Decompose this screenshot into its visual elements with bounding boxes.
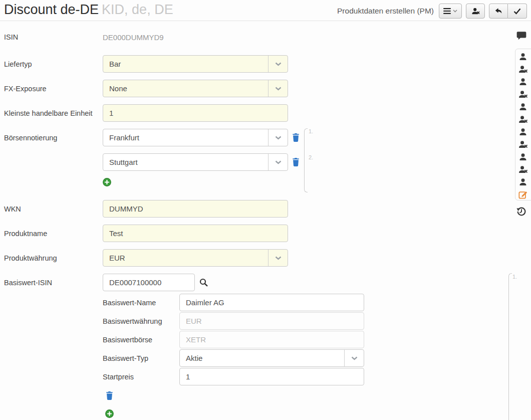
history-icon: [516, 206, 526, 217]
person-x-icon: [471, 7, 480, 15]
chevron-down-icon[interactable]: [268, 250, 288, 266]
boersennotierung-select-2[interactable]: Stuttgart: [103, 153, 288, 171]
startpreis-input[interactable]: [179, 368, 364, 385]
liefertyp-value: Bar: [109, 60, 121, 68]
boersennotierung-label: Börsennotierung: [4, 134, 103, 142]
produktwaehrung-select[interactable]: EUR: [103, 249, 288, 267]
plus-circle-icon: [103, 178, 111, 186]
person-icon[interactable]: [518, 152, 527, 161]
basiswert-name-input[interactable]: [179, 294, 364, 311]
chevron-down-icon[interactable]: [268, 129, 288, 146]
basiswert-isin-input[interactable]: [103, 274, 195, 291]
add-boersennotierung-button[interactable]: [103, 178, 111, 186]
boersennotierung-row-2: Stuttgart: [4, 153, 531, 171]
unassign-user-button[interactable]: [466, 4, 485, 19]
search-icon: [199, 278, 208, 287]
kleinste-einheit-input[interactable]: [103, 104, 288, 122]
add-basiswert-button[interactable]: [105, 409, 114, 418]
startpreis-label: Startpreis: [103, 373, 179, 381]
isin-row: ISIN DE000DUMMYD9: [4, 32, 531, 42]
basiswertwaehrung-input: [179, 312, 364, 330]
basiswertboerse-label: Basiswertbörse: [103, 336, 179, 344]
boersennotierung-value-2: Stuttgart: [109, 158, 138, 166]
basiswertwaehrung-label: Basiswertwährung: [103, 317, 179, 325]
basiswert-isin-label: Basiswert-ISIN: [4, 279, 103, 287]
person-icon[interactable]: [518, 102, 527, 111]
plus-circle-icon: [105, 409, 114, 418]
page-header: Discount de-DEKID, de, DE Produktdaten e…: [0, 0, 531, 21]
person-icon[interactable]: [518, 127, 527, 136]
isin-label: ISIN: [4, 33, 103, 41]
delete-boersennotierung-1-button[interactable]: [292, 133, 300, 142]
chevron-down-icon[interactable]: [268, 56, 288, 72]
delete-basiswert-row: [106, 391, 531, 400]
add-basiswert-row: [105, 409, 531, 418]
undo-button[interactable]: [489, 4, 508, 19]
caret-down-icon: [453, 10, 457, 13]
produktname-label: Produktname: [4, 230, 103, 238]
boersennotierung-select-1[interactable]: Frankfurt: [103, 129, 288, 146]
basiswertboerse-input: [179, 331, 364, 348]
save-actions-group: [489, 4, 527, 19]
boersennotierung-index-2: 2.: [309, 154, 313, 160]
delete-boersennotierung-2-button[interactable]: [292, 158, 300, 166]
produktwaehrung-row: Produktwährung EUR: [4, 249, 531, 267]
basiswert-search-button[interactable]: [199, 278, 208, 287]
basiswert-group-bracket: [508, 273, 512, 420]
boersennotierung-group-bracket: [304, 128, 308, 192]
confirm-button[interactable]: [508, 4, 527, 19]
person-icon[interactable]: [518, 52, 527, 61]
undo-icon: [494, 8, 502, 15]
basiswert-name-label: Basiswert-Name: [103, 299, 179, 307]
comment-icon: [516, 31, 526, 41]
person-icon[interactable]: [518, 177, 527, 186]
trash-icon: [292, 158, 300, 166]
kleinste-einheit-label: Kleinste handelbare Einheit: [4, 109, 103, 117]
page-title: Discount de-DEKID, de, DE: [4, 2, 173, 18]
person-x-icon[interactable]: [518, 165, 527, 174]
chevron-down-icon[interactable]: [268, 80, 288, 97]
fx-exposure-label: FX-Exposure: [4, 85, 103, 93]
liefertyp-row: Liefertyp Bar: [4, 55, 531, 73]
produktname-row: Produktname: [4, 225, 531, 242]
assignment-status-panel: [515, 49, 531, 200]
comments-button[interactable]: [516, 31, 526, 41]
fx-exposure-row: FX-Exposure None: [4, 80, 531, 97]
trash-icon: [292, 133, 300, 142]
chevron-down-icon[interactable]: [344, 350, 364, 366]
liefertyp-select[interactable]: Bar: [103, 55, 288, 73]
fx-exposure-select[interactable]: None: [103, 80, 288, 97]
produktwaehrung-label: Produktwährung: [4, 254, 103, 262]
person-x-icon[interactable]: [518, 90, 527, 99]
add-boersennotierung-row: [103, 178, 531, 186]
menu-icon: [443, 8, 451, 14]
wkn-label: WKN: [4, 205, 103, 213]
chevron-down-icon[interactable]: [268, 154, 288, 170]
product-form: ISIN DE000DUMMYD9 Liefertyp Bar FX-Expos…: [0, 21, 531, 418]
product-subtitle: KID, de, DE: [102, 2, 173, 17]
wkn-row: WKN: [4, 200, 531, 218]
person-x-icon[interactable]: [518, 115, 527, 124]
history-button[interactable]: [516, 206, 526, 217]
wkn-input[interactable]: [103, 200, 288, 218]
startpreis-row: Startpreis: [103, 368, 531, 385]
basiswert-index-1: 1.: [512, 274, 517, 280]
edit-icon[interactable]: [518, 190, 527, 199]
basiswertboerse-row: Basiswertbörse: [103, 331, 531, 348]
menu-button[interactable]: [439, 4, 462, 19]
boersennotierung-index-1: 1.: [309, 128, 313, 134]
check-icon: [513, 8, 521, 15]
basiswert-typ-value: Aktie: [186, 354, 202, 362]
basiswert-typ-select[interactable]: Aktie: [179, 349, 364, 367]
person-icon[interactable]: [518, 77, 527, 86]
basiswert-typ-label: Basiswert-Typ: [103, 354, 179, 362]
fx-exposure-value: None: [109, 84, 127, 93]
boersennotierung-value-1: Frankfurt: [109, 133, 139, 142]
produktname-input[interactable]: [103, 225, 288, 242]
person-x-icon[interactable]: [518, 140, 527, 149]
delete-basiswert-button[interactable]: [106, 391, 113, 400]
workflow-status-label: Produktdaten erstellen (PM): [337, 7, 434, 16]
basiswert-isin-row: Basiswert-ISIN: [4, 274, 531, 291]
isin-value: DE000DUMMYD9: [103, 33, 164, 42]
person-x-icon[interactable]: [518, 65, 527, 74]
